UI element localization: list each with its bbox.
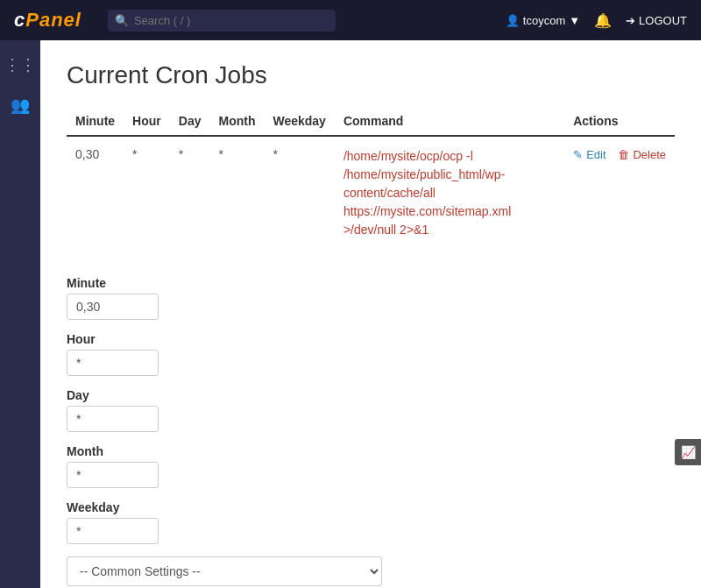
logout-button[interactable]: ➔ LOGOUT [626, 14, 687, 27]
search-container: 🔍 [108, 10, 336, 32]
sidebar-item-grid[interactable]: ⋮⋮ [4, 49, 36, 81]
page-title: Current Cron Jobs [67, 61, 675, 89]
chevron-down-icon: ▼ [569, 14, 580, 27]
topnav-right: 👤 tcoycom ▼ 🔔 ➔ LOGOUT [506, 12, 687, 29]
cell-minute: 0,30 [67, 136, 124, 250]
hour-label: Hour [67, 332, 675, 346]
common-settings-select[interactable]: -- Common Settings -- [67, 556, 382, 586]
logout-label: LOGOUT [639, 14, 687, 27]
cell-hour: * [124, 136, 170, 250]
day-field-group: Day [67, 388, 675, 432]
day-label: Day [67, 388, 675, 402]
col-weekday: Weekday [264, 107, 334, 136]
cpanel-logo: cPanel [14, 9, 81, 32]
user-icon: 👤 [506, 14, 520, 27]
minute-input[interactable] [67, 294, 159, 320]
logout-icon: ➔ [626, 14, 635, 27]
user-menu[interactable]: 👤 tcoycom ▼ [506, 14, 580, 27]
month-field-group: Month [67, 444, 675, 488]
weekday-label: Weekday [67, 500, 675, 514]
hour-input[interactable] [67, 350, 159, 376]
chart-icon[interactable]: 📈 [675, 439, 701, 465]
col-actions: Actions [564, 107, 675, 136]
common-settings-container: -- Common Settings -- [67, 556, 675, 588]
username-label: tcoycom [523, 14, 565, 27]
cell-weekday: * [264, 136, 334, 250]
col-day: Day [170, 107, 210, 136]
sidebar-item-users[interactable]: 👥 [4, 89, 36, 121]
month-input[interactable] [67, 462, 159, 488]
sidebar: ⋮⋮ 👥 [0, 40, 40, 588]
col-command: Command [335, 107, 564, 136]
col-month: Month [209, 107, 264, 136]
cell-day: * [170, 136, 210, 250]
hour-field-group: Hour [67, 332, 675, 376]
delete-button[interactable]: 🗑 Delete [618, 148, 666, 161]
trash-icon: 🗑 [618, 148, 629, 161]
edit-button[interactable]: ✎ Edit [573, 148, 605, 161]
weekday-field-group: Weekday [67, 500, 675, 544]
cell-command: /home/mysite/ocp/ocp -l /home/mysite/pub… [335, 136, 564, 250]
notifications-bell-icon[interactable]: 🔔 [594, 12, 612, 29]
cell-actions: ✎ Edit 🗑 Delete [564, 136, 675, 250]
topnav: cPanel 🔍 👤 tcoycom ▼ 🔔 ➔ LOGOUT [0, 0, 701, 40]
main-content: Current Cron Jobs Minute Hour Day Month … [40, 40, 701, 588]
search-input[interactable] [108, 10, 336, 32]
pencil-icon: ✎ [573, 148, 583, 161]
minute-label: Minute [67, 276, 675, 290]
cron-jobs-table: Minute Hour Day Month Weekday Command Ac… [67, 107, 675, 250]
col-minute: Minute [67, 107, 124, 136]
search-icon: 🔍 [115, 14, 129, 27]
day-input[interactable] [67, 406, 159, 432]
month-label: Month [67, 444, 675, 458]
table-row: 0,30 * * * * /home/mysite/ocp/ocp -l /ho… [67, 136, 675, 250]
col-hour: Hour [124, 107, 170, 136]
cell-month: * [209, 136, 264, 250]
weekday-input[interactable] [67, 518, 159, 544]
minute-field-group: Minute [67, 276, 675, 320]
